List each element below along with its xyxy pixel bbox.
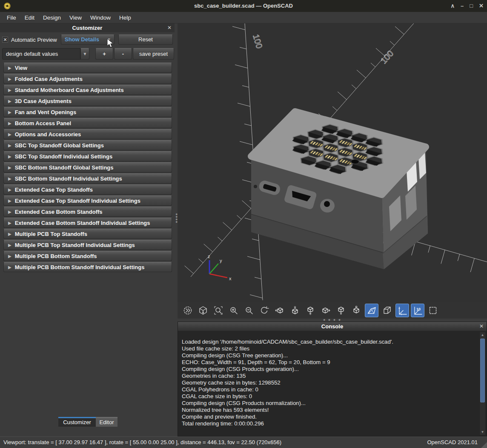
menu-file[interactable]: File [3,13,20,23]
customizer-controls: ✕ Automatic Preview Show Details ▼ Reset… [0,32,175,63]
section-multi-pcb-bottom-individual[interactable]: ▶Multiple PCB Bottom Standoff Individual… [3,262,172,272]
scrollbar-thumb[interactable] [480,339,485,402]
section-folded-case[interactable]: ▶Folded Case Adjustments [3,74,172,84]
scroll-down-icon[interactable]: ▼ [480,429,485,435]
parameter-section-list: ▶View ▶Folded Case Adjustments ▶Standard… [0,63,175,273]
scroll-up-icon[interactable]: ▲ [480,332,485,338]
expand-arrow-icon: ▶ [8,77,11,81]
section-sbc-bottom-individual[interactable]: ▶SBC Bottom Standoff Individual Settings [3,173,172,184]
view-perspective-button[interactable] [365,304,378,317]
menu-help[interactable]: Help [115,13,135,23]
section-multi-pcb-top-individual[interactable]: ▶Multiple PCB Top Standoff Individual Se… [3,240,172,250]
throw-together-button[interactable] [181,304,195,317]
menu-edit[interactable]: Edit [20,13,39,23]
automatic-preview-label: Automatic Preview [11,37,57,43]
section-ext-bottom-standoffs[interactable]: ▶Extended Case Bottom Standoffs [3,207,172,217]
preset-select-arrow-icon[interactable]: ▼ [80,48,89,60]
reset-view-button[interactable] [258,304,271,317]
expand-arrow-icon: ▶ [8,165,11,170]
console-scrollbar[interactable]: ▲ ▼ [479,332,486,435]
section-label: Multiple PCB Top Standoff Individual Set… [15,242,135,248]
tab-customizer[interactable]: Customizer [58,417,96,427]
section-label: Extended Case Bottom Standoff Individual… [15,220,150,226]
expand-arrow-icon: ▶ [8,254,11,258]
shade-button[interactable]: ∧ [450,0,455,12]
console-line: Used file cache size: 2 files [182,345,476,352]
section-multi-pcb-bottom[interactable]: ▶Multiple PCB Bottom Standoffs [3,251,172,261]
resize-grip[interactable] [481,442,487,448]
view-viewport-button[interactable] [426,304,440,317]
console-output[interactable]: Loaded design '/home/hominoid/CADCAM/sbc… [178,331,487,436]
show-details-value: Show Details [65,36,99,43]
expand-arrow-icon: ▶ [8,154,11,159]
view-bottom-button[interactable] [304,304,317,317]
menu-design[interactable]: Design [39,13,65,23]
view-left-button[interactable] [319,304,332,317]
viewport-status-text: Viewport: translate = [ 37.00 29.97 16.4… [3,437,281,448]
reset-button[interactable]: Reset [118,34,173,45]
view-back-button[interactable] [349,304,363,317]
section-bottom-access[interactable]: ▶Bottom Access Panel [3,118,172,128]
section-standard-motherboard[interactable]: ▶Standard Motherboard Case Adjustments [3,85,172,95]
preset-select[interactable]: design default values [2,48,80,60]
section-sbc-bottom-global[interactable]: ▶SBC Bottom Standoff Global Settings [3,162,172,172]
section-fan-vent[interactable]: ▶Fan and Vent Openings [3,107,172,117]
add-preset-button[interactable]: + [95,48,113,60]
zoom-all-button[interactable] [212,304,225,317]
openscad-window: sbc_case_builder.scad — OpenSCAD ∧ – □ ✕… [0,0,487,448]
y-ruler-label: 100 [379,49,395,66]
section-label: SBC Bottom Standoff Global Settings [15,164,114,171]
z-ruler-label: 100 [251,33,264,49]
section-label: Standard Motherboard Case Adjustments [15,87,124,93]
x-axis-label: x [229,276,232,281]
console-line: Total rendering time: 0:00:00.296 [182,420,476,427]
console-close-icon[interactable]: ✕ [479,322,484,331]
title-bar: sbc_case_builder.scad — OpenSCAD ∧ – □ ✕ [0,0,487,12]
remove-preset-button[interactable]: - [114,48,132,60]
view-right-button[interactable] [273,304,286,317]
save-preset-button[interactable]: save preset [133,48,174,60]
console-line: Geometries in cache: 135 [182,373,476,379]
axis-indicator: z y x [208,254,232,281]
view-front-button[interactable] [334,304,348,317]
view-all-button[interactable] [196,304,210,317]
section-sbc-top-global[interactable]: ▶SBC Top Standoff Global Settings [3,140,172,150]
customizer-close-icon[interactable]: ✕ [167,23,172,32]
menu-window[interactable]: Window [86,13,115,23]
console-line: Loaded design '/home/hominoid/CADCAM/sbc… [182,339,476,345]
console-line: CGAL cache size in bytes: 0 [182,393,476,400]
section-label: Multiple PCB Bottom Standoffs [15,253,97,259]
automatic-preview-checkbox[interactable]: ✕ [2,37,8,43]
section-ext-bottom-individual[interactable]: ▶Extended Case Bottom Standoff Individua… [3,218,172,228]
expand-arrow-icon: ▶ [8,187,11,192]
expand-arrow-icon: ▶ [8,99,11,103]
section-ext-top-standoffs[interactable]: ▶Extended Case Top Standoffs [3,184,172,195]
show-scale-markers-button[interactable]: 10 [411,304,424,317]
section-3d-case[interactable]: ▶3D Case Adjustments [3,96,172,106]
console-panel: Console ✕ Loaded design '/home/hominoid/… [178,322,487,437]
tab-editor[interactable]: Editor [96,417,117,427]
close-button[interactable]: ✕ [479,0,484,12]
viewport-toolbar: 10 [178,302,487,319]
3d-viewport[interactable]: 100 100 100 [178,23,487,302]
version-text: OpenSCAD 2021.01 [427,437,478,448]
section-view[interactable]: ▶View [3,63,172,73]
section-sbc-top-individual[interactable]: ▶SBC Top Standoff Individual Settings [3,151,172,161]
zoom-out-button[interactable] [242,304,256,317]
section-ext-top-individual[interactable]: ▶Extended Case Top Standoff Individual S… [3,195,172,206]
panel-splitter[interactable]: ●●●● [175,23,178,437]
maximize-button[interactable]: □ [470,0,473,12]
view-top-button[interactable] [288,304,302,317]
view-orthogonal-button[interactable] [380,304,394,317]
console-splitter[interactable]: ● ● ● ● [178,319,487,322]
show-axes-button[interactable] [395,304,409,317]
expand-arrow-icon: ▶ [8,265,11,270]
section-label: SBC Bottom Standoff Individual Settings [15,175,122,182]
minimize-button[interactable]: – [461,0,464,12]
zoom-in-button[interactable] [227,304,241,317]
expand-arrow-icon: ▶ [8,221,11,225]
menu-view[interactable]: View [65,13,86,23]
window-title: sbc_case_builder.scad — OpenSCAD [0,0,487,12]
section-options-accessories[interactable]: ▶Options and Accessories [3,129,172,139]
section-multi-pcb-top[interactable]: ▶Multiple PCB Top Standoffs [3,229,172,239]
